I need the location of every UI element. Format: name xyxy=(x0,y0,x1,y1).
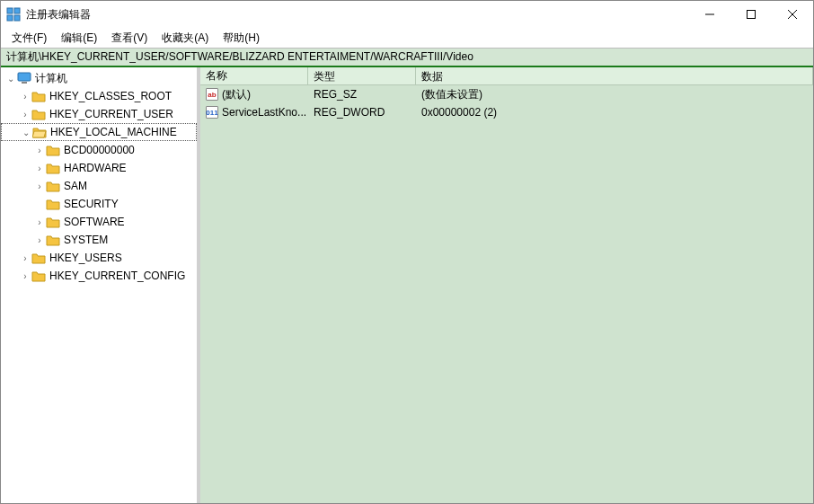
value-data: (数值未设置) xyxy=(416,86,813,103)
value-type: REG_SZ xyxy=(308,87,416,102)
titlebar: 注册表编辑器 xyxy=(1,1,813,28)
tree-label: HARDWARE xyxy=(64,162,127,174)
menu-help[interactable]: 帮助(H) xyxy=(216,29,267,48)
chevron-right-icon[interactable]: › xyxy=(33,146,46,155)
window-title: 注册表编辑器 xyxy=(26,7,689,22)
tree-label: BCD00000000 xyxy=(64,144,135,156)
menu-edit[interactable]: 编辑(E) xyxy=(54,29,104,48)
tree-node-hkcu[interactable]: › HKEY_CURRENT_USER xyxy=(1,105,197,123)
chevron-right-icon[interactable]: › xyxy=(33,217,46,227)
folder-icon xyxy=(46,198,60,210)
tree-label: SAM xyxy=(64,180,87,192)
tree-label: HKEY_CURRENT_USER xyxy=(49,108,173,120)
tree-node-software[interactable]: › SOFTWARE xyxy=(1,213,197,231)
chevron-right-icon[interactable]: › xyxy=(19,92,31,102)
chevron-down-icon[interactable]: ⌄ xyxy=(20,128,32,137)
list-pane: 名称 类型 数据 ab (默认) REG_SZ (数值未设置) 011 Serv… xyxy=(200,67,813,503)
tree-node-hkcr[interactable]: › HKEY_CLASSES_ROOT xyxy=(1,87,197,105)
folder-icon xyxy=(46,162,60,174)
app-icon xyxy=(6,7,21,22)
folder-icon xyxy=(46,180,60,192)
svg-rect-2 xyxy=(7,15,13,21)
folder-icon xyxy=(46,234,60,246)
maximize-button[interactable] xyxy=(730,1,772,28)
value-name: ServiceLastKno... xyxy=(222,106,306,119)
list-body[interactable]: ab (默认) REG_SZ (数值未设置) 011 ServiceLastKn… xyxy=(200,85,813,503)
folder-icon xyxy=(31,270,46,282)
tree-node-computer[interactable]: ⌄ 计算机 xyxy=(1,69,197,87)
tree-label: HKEY_CLASSES_ROOT xyxy=(49,90,172,102)
value-type: REG_DWORD xyxy=(308,105,416,119)
folder-icon xyxy=(46,144,60,156)
tree-node-hardware[interactable]: › HARDWARE xyxy=(1,159,197,177)
tree-label: HKEY_USERS xyxy=(49,252,122,264)
svg-rect-1 xyxy=(14,8,20,13)
folder-icon xyxy=(31,252,46,264)
folder-icon xyxy=(31,108,46,120)
tree-node-security[interactable]: SECURITY xyxy=(1,195,197,213)
chevron-right-icon[interactable]: › xyxy=(19,253,31,263)
menu-favorites[interactable]: 收藏夹(A) xyxy=(155,29,216,48)
close-button[interactable] xyxy=(772,1,813,28)
folder-icon xyxy=(31,90,46,102)
value-name: (默认) xyxy=(222,87,251,102)
chevron-right-icon[interactable]: › xyxy=(33,235,46,245)
tree-label: HKEY_LOCAL_MACHINE xyxy=(50,126,177,138)
minimize-button[interactable] xyxy=(689,1,730,28)
value-data: 0x00000002 (2) xyxy=(416,105,813,119)
tree-node-sam[interactable]: › SAM xyxy=(1,177,197,195)
menu-view[interactable]: 查看(V) xyxy=(104,29,155,48)
folder-icon xyxy=(46,216,60,228)
list-row[interactable]: ab (默认) REG_SZ (数值未设置) xyxy=(200,85,813,103)
tree-node-hklm[interactable]: ⌄ HKEY_LOCAL_MACHINE xyxy=(1,123,197,141)
main-content: ⌄ 计算机 › HKEY_CLASSES_ROOT › HKEY_CURRENT… xyxy=(1,67,813,503)
chevron-right-icon[interactable]: › xyxy=(33,164,46,173)
address-text: 计算机\HKEY_CURRENT_USER/SOFTWARE/BLIZZARD … xyxy=(6,49,473,65)
tree-label: SECURITY xyxy=(64,198,119,210)
tree-label: HKEY_CURRENT_CONFIG xyxy=(49,270,185,282)
col-header-name[interactable]: 名称 xyxy=(200,67,308,84)
col-header-type[interactable]: 类型 xyxy=(308,67,416,84)
tree-node-hku[interactable]: › HKEY_USERS xyxy=(1,249,197,267)
list-header: 名称 类型 数据 xyxy=(200,67,813,85)
string-value-icon: ab xyxy=(206,88,218,101)
svg-rect-8 xyxy=(18,73,31,81)
chevron-down-icon[interactable]: ⌄ xyxy=(4,74,17,84)
window-controls xyxy=(689,1,813,28)
svg-rect-9 xyxy=(22,82,27,84)
tree-label: SOFTWARE xyxy=(64,216,125,228)
chevron-right-icon[interactable]: › xyxy=(19,110,31,119)
tree-node-system[interactable]: › SYSTEM xyxy=(1,231,197,249)
svg-rect-0 xyxy=(7,8,13,13)
menubar: 文件(F) 编辑(E) 查看(V) 收藏夹(A) 帮助(H) xyxy=(1,28,813,48)
tree-node-hkcc[interactable]: › HKEY_CURRENT_CONFIG xyxy=(1,267,197,285)
folder-open-icon xyxy=(32,126,47,138)
svg-rect-3 xyxy=(14,15,20,21)
chevron-right-icon[interactable]: › xyxy=(19,271,31,281)
chevron-right-icon[interactable]: › xyxy=(33,181,46,191)
col-header-data[interactable]: 数据 xyxy=(416,67,813,84)
list-row[interactable]: 011 ServiceLastKno... REG_DWORD 0x000000… xyxy=(200,103,813,121)
tree-label: SYSTEM xyxy=(64,234,108,246)
address-bar[interactable]: 计算机\HKEY_CURRENT_USER/SOFTWARE/BLIZZARD … xyxy=(1,48,813,67)
menu-file[interactable]: 文件(F) xyxy=(4,29,54,48)
dword-value-icon: 011 xyxy=(206,106,218,119)
tree-pane[interactable]: ⌄ 计算机 › HKEY_CLASSES_ROOT › HKEY_CURRENT… xyxy=(1,67,197,503)
tree-node-bcd[interactable]: › BCD00000000 xyxy=(1,141,197,159)
tree-label: 计算机 xyxy=(35,71,67,86)
svg-rect-5 xyxy=(748,11,756,19)
computer-icon xyxy=(17,72,31,84)
